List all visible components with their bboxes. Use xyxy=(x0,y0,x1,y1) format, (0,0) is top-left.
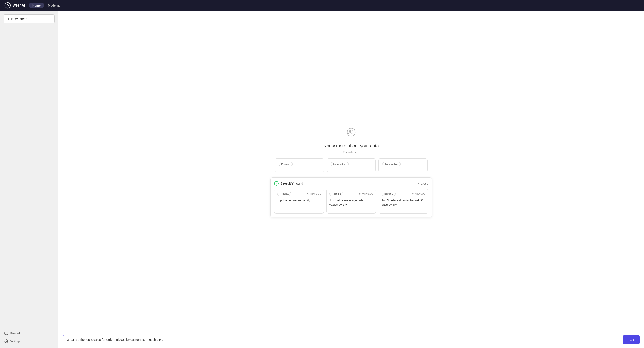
hero-wren-icon xyxy=(344,125,358,140)
modeling-nav[interactable]: Modeling xyxy=(48,4,61,7)
results-panel: ✓ 3 result(s) found ✕ Close Result 1 xyxy=(270,177,432,217)
sidebar-bottom: Discord Settings xyxy=(4,330,54,344)
sidebar-item-discord[interactable]: Discord xyxy=(4,330,54,336)
discord-icon xyxy=(4,331,8,335)
suggestion-tag-3: Aggregation xyxy=(382,162,400,166)
hero-subtitle: Try asking... xyxy=(343,150,360,154)
ask-input[interactable] xyxy=(63,335,620,344)
close-x-icon: ✕ xyxy=(418,182,420,185)
home-button[interactable]: Home xyxy=(29,3,44,8)
fx-icon-3: fx xyxy=(412,193,414,195)
suggestion-card-3[interactable]: Aggregation xyxy=(378,158,428,172)
plus-icon: + xyxy=(8,17,10,21)
logo: WrenAI xyxy=(4,2,25,9)
result-badge-1: Result 1 xyxy=(277,192,291,196)
results-cards-row: Result 1 fx View SQL Top 3 order values … xyxy=(274,189,428,214)
gear-icon xyxy=(4,339,8,343)
results-header: ✓ 3 result(s) found ✕ Close xyxy=(274,181,428,186)
fx-icon-2: fx xyxy=(359,193,361,195)
svg-point-5 xyxy=(350,131,350,131)
result-card-2-text: Top 3 above-average order values by city… xyxy=(330,198,373,207)
result-card-3: Result 3 fx View SQL Top 3 order values … xyxy=(378,189,428,214)
new-thread-button[interactable]: + New thread xyxy=(4,14,54,23)
topnav: WrenAI Home Modeling xyxy=(0,0,644,11)
result-card-1-header: Result 1 fx View SQL xyxy=(277,192,321,196)
suggestions-row: Ranking Aggregation Aggregation xyxy=(275,158,428,172)
results-check-icon: ✓ xyxy=(274,181,279,186)
result-card-3-text: Top 3 order values in the last 30 days b… xyxy=(382,198,425,207)
input-bar: Ask xyxy=(58,331,644,348)
svg-point-3 xyxy=(347,128,355,136)
results-close-button[interactable]: ✕ Close xyxy=(418,182,428,185)
view-sql-label-1: View SQL xyxy=(310,193,321,195)
close-label: Close xyxy=(421,182,428,185)
hero-title: Know more about your data xyxy=(324,143,379,149)
fx-icon-1: fx xyxy=(307,193,309,195)
result-card-1: Result 1 fx View SQL Top 3 order values … xyxy=(274,189,324,214)
discord-label: Discord xyxy=(10,331,20,335)
view-sql-button-2[interactable]: fx View SQL xyxy=(359,193,373,195)
result-card-3-header: Result 3 fx View SQL xyxy=(382,192,425,196)
sidebar-item-settings[interactable]: Settings xyxy=(4,338,54,344)
new-thread-label: New thread xyxy=(11,17,28,21)
ask-button[interactable]: Ask xyxy=(623,335,640,344)
svg-point-0 xyxy=(5,3,10,8)
result-badge-2: Result 2 xyxy=(330,192,343,196)
view-sql-button-1[interactable]: fx View SQL xyxy=(307,193,321,195)
main-content: Know more about your data Try asking... … xyxy=(58,11,644,348)
sidebar: + New thread Discord Settings xyxy=(0,11,58,348)
svg-point-2 xyxy=(6,341,7,342)
view-sql-label-3: View SQL xyxy=(414,193,425,195)
center-area: Know more about your data Try asking... … xyxy=(58,11,644,331)
result-card-2-header: Result 2 fx View SQL xyxy=(330,192,373,196)
result-card-1-text: Top 3 order values by city. xyxy=(277,198,321,203)
logo-text: WrenAI xyxy=(12,3,25,8)
results-found: ✓ 3 result(s) found xyxy=(274,181,303,186)
results-count-text: 3 result(s) found xyxy=(280,182,303,185)
result-card-2: Result 2 fx View SQL Top 3 above-average… xyxy=(326,189,376,214)
suggestion-tag-2: Aggregation xyxy=(330,162,349,166)
wrenai-logo-icon xyxy=(4,2,11,9)
view-sql-button-3[interactable]: fx View SQL xyxy=(412,193,425,195)
settings-label: Settings xyxy=(10,340,20,343)
result-badge-3: Result 3 xyxy=(382,192,396,196)
suggestion-tag-1: Ranking xyxy=(279,162,292,166)
view-sql-label-2: View SQL xyxy=(362,193,373,195)
suggestion-card-2[interactable]: Aggregation xyxy=(327,158,376,172)
svg-point-1 xyxy=(7,4,8,5)
suggestion-card-1[interactable]: Ranking xyxy=(275,158,324,172)
